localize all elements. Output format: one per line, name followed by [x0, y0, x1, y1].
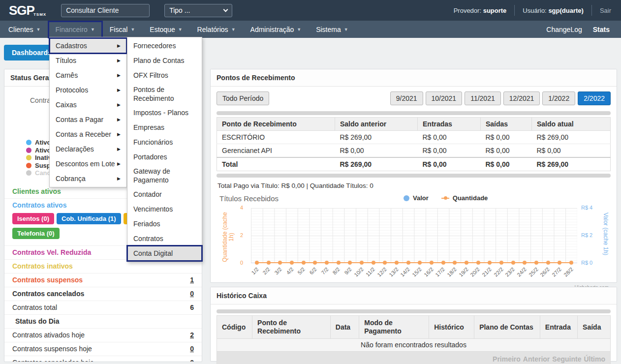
provedor-value: suporte — [483, 7, 507, 14]
menu-item-label: Cobrança — [56, 175, 86, 182]
submenu-item-fornecedores[interactable]: Fornecedores — [127, 38, 202, 53]
nav-item-sistema[interactable]: Sistema▼ — [310, 22, 355, 37]
nav-item-estoque[interactable]: Estoque▼ — [143, 22, 188, 37]
nav-item-label: Clientes — [8, 26, 33, 33]
financeiro-menu: Cadastros▶Títulos▶Carnês▶Protocolos▶Caix… — [49, 37, 127, 187]
nav-items: Clientes▼Financeiro▼Fiscal▼Estoque▼Relat… — [0, 22, 355, 37]
menu-item-label: Descontos em Lote — [56, 160, 115, 168]
month-button-12-2021[interactable]: 12/2021 — [503, 91, 540, 105]
cadastros-submenu: FornecedoresPlano de ContasOFX FiltrosPo… — [127, 37, 202, 262]
menu-item-descontos-em-lote[interactable]: Descontos em Lote▶ — [50, 156, 126, 171]
legend-item-valor[interactable]: Valor — [404, 194, 429, 202]
nav-link-stats[interactable]: Stats — [589, 22, 614, 37]
nav-item-fiscal[interactable]: Fiscal▼ — [103, 22, 141, 37]
submenu-item-funcionarios[interactable]: Funcionários — [127, 135, 202, 150]
submenu-item-vencimentos[interactable]: Vencimentos — [127, 202, 202, 216]
scrollbar-rail[interactable] — [217, 174, 611, 178]
x-axis-labels: 1/22/23/24/25/26/27/28/29/210/211/212/21… — [251, 265, 577, 286]
quantidade-data-point — [255, 261, 259, 265]
submenu-item-impostos-planos[interactable]: Impostos - Planos — [127, 105, 202, 120]
sgp-logo[interactable]: SGPTSMX — [9, 3, 47, 18]
nav-item-clientes[interactable]: Clientes▼ — [2, 22, 47, 37]
menu-item-carnes[interactable]: Carnês▶ — [50, 68, 126, 83]
nav-item-financeiro[interactable]: Financeiro▼ — [49, 22, 101, 37]
nav-item-label: Relatórios — [197, 26, 228, 33]
quantidade-data-point — [476, 261, 480, 265]
badge-cob-unificada-1[interactable]: Cob. Unificada (1) — [57, 213, 121, 224]
quantidade-data-point — [569, 261, 573, 265]
pager-primeiro[interactable]: Primeiro — [493, 355, 521, 363]
menu-item-titulos[interactable]: Títulos▶ — [50, 53, 126, 68]
menu-item-cadastros[interactable]: Cadastros▶ — [50, 38, 126, 53]
menu-item-declaracoes[interactable]: Declarações▶ — [50, 142, 126, 156]
nav-item-relatorios[interactable]: Relatórios▼ — [191, 22, 242, 37]
nav-link-changelog[interactable]: ChangeLog — [542, 22, 586, 37]
badge-isentos-0[interactable]: Isentos (0) — [12, 213, 54, 224]
submenu-arrow-icon: ▶ — [117, 176, 121, 181]
submenu-item-ofx-filtros[interactable]: OFX Filtros — [127, 68, 202, 83]
month-button-2-2022[interactable]: 2/2022 — [578, 91, 611, 105]
column-header-codigo: Código — [217, 316, 252, 339]
nav-item-label: Administração — [250, 26, 294, 33]
month-button-9-2021[interactable]: 9/2021 — [390, 91, 423, 105]
nav-item-administracao[interactable]: Administração▼ — [244, 22, 308, 37]
table-row: Gerencianet APIR$ 0,00R$ 0,00R$ 0,00R$ 0… — [217, 144, 611, 158]
submenu-item-pontos-de-recebimento[interactable]: Pontos de Recebimento — [127, 83, 202, 105]
menu-item-contas-a-pagar[interactable]: Contas a Pagar▶ — [50, 112, 126, 127]
todo-periodo-button[interactable]: Todo Período — [217, 91, 269, 105]
nav-item-label: Estoque — [150, 26, 175, 33]
main-nav: Clientes▼Financeiro▼Fiscal▼Estoque▼Relat… — [0, 21, 621, 38]
status-value[interactable]: 2 — [190, 331, 194, 339]
submenu-arrow-icon: ▶ — [117, 161, 121, 166]
submenu-item-contratos[interactable]: Contratos — [127, 231, 202, 246]
status-value[interactable]: 0 — [190, 359, 194, 362]
menu-item-cobranca[interactable]: Cobrança▶ — [50, 171, 126, 186]
status-value[interactable]: 0 — [190, 345, 194, 353]
logout-link[interactable]: Sair — [600, 7, 611, 14]
usuario-label: Usuário: sgp(duarte) — [523, 7, 584, 14]
chevron-down-icon: ▼ — [344, 27, 348, 32]
submenu-item-conta-digital[interactable]: Conta Digital — [127, 246, 202, 261]
submenu-item-contador[interactable]: Contador — [127, 187, 202, 202]
submenu-item-plano-de-contas[interactable]: Plano de Contas — [127, 53, 202, 68]
month-button-1-2022[interactable]: 1/2022 — [542, 91, 575, 105]
quantidade-data-point — [302, 261, 306, 265]
period-controls: Todo Período 9/202110/202111/202112/2021… — [217, 91, 611, 105]
column-header-ponto-de-recebimento: Ponto de Recebimento — [252, 316, 331, 339]
submenu-item-feriados[interactable]: Feriados — [127, 216, 202, 231]
scrollbar-rail[interactable] — [217, 111, 611, 115]
pager-anterior[interactable]: Anterior — [523, 355, 550, 363]
legend-item-quantidade[interactable]: Quantidade — [441, 194, 488, 202]
submenu-item-empresas[interactable]: Empresas — [127, 120, 202, 135]
status-value[interactable]: 1 — [190, 276, 194, 284]
pager-ultimo[interactable]: Último — [584, 355, 605, 363]
tipo-select[interactable]: Tipo ... — [164, 4, 232, 17]
table-cell: R$ 0,00 — [418, 144, 481, 158]
search-input[interactable] — [61, 4, 150, 17]
menu-item-protocolos[interactable]: Protocolos▶ — [50, 83, 126, 97]
month-button-11-2021[interactable]: 11/2021 — [465, 91, 501, 105]
menu-item-contas-a-receber[interactable]: Contas a Receber▶ — [50, 127, 126, 142]
status-section-contratos-cancelados: Contratos cancelados0 — [4, 287, 202, 301]
quantidade-data-point — [418, 261, 422, 265]
scrollbar-rail[interactable] — [217, 309, 611, 313]
y-axis-right-ticks: R$ 0R$ 2R$ 4 — [579, 208, 609, 263]
pager-seguinte[interactable]: Seguinte — [552, 355, 581, 363]
menu-item-caixas[interactable]: Caixas▶ — [50, 97, 126, 112]
status-section-contratos-total: Contratos total6 — [4, 301, 202, 314]
month-button-10-2021[interactable]: 10/2021 — [426, 91, 463, 105]
quantidade-data-point — [395, 261, 399, 265]
status-value[interactable]: 0 — [190, 290, 194, 298]
quantidade-data-point — [441, 261, 445, 265]
chevron-down-icon: ▼ — [91, 27, 95, 32]
quantidade-data-point — [325, 261, 329, 265]
status-label: Contratos suspensos hoje — [12, 345, 92, 353]
status-label: Contratos suspensos — [12, 276, 83, 284]
badge-telefonia-0[interactable]: Telefonia (0) — [12, 228, 60, 239]
submenu-item-portadores[interactable]: Portadores — [127, 150, 202, 164]
y-left-tick: 0 — [240, 260, 243, 266]
table-cell: R$ 0,00 — [481, 131, 532, 144]
y-axis-left-ticks: 024 — [217, 208, 247, 263]
submenu-item-gateway-de-pagamento[interactable]: Gateway de Pagamento — [127, 164, 202, 187]
y-right-tick: R$ 2 — [581, 232, 592, 238]
